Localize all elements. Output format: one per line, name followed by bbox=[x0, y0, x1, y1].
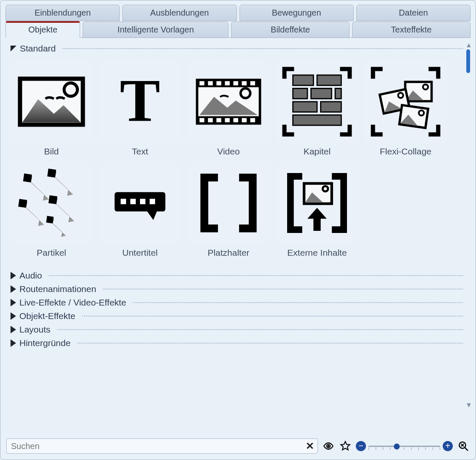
video-icon bbox=[187, 60, 270, 143]
section-header-standard[interactable]: Standard bbox=[11, 43, 463, 54]
dotted-fill bbox=[62, 48, 463, 49]
zoom-reset-button[interactable] bbox=[457, 440, 470, 452]
tile-bild[interactable]: Bild bbox=[8, 60, 95, 157]
tile-untertitel[interactable]: Untertitel bbox=[97, 162, 183, 258]
tile-label: Text bbox=[132, 146, 148, 157]
disclosure-triangle-closed-icon bbox=[11, 312, 16, 320]
star-icon bbox=[340, 441, 351, 452]
svg-rect-22 bbox=[293, 88, 307, 98]
tab-dateien[interactable]: Dateien bbox=[356, 5, 471, 21]
svg-rect-12 bbox=[199, 118, 204, 122]
tab-intelligente-vorlagen[interactable]: Intelligente Vorlagen bbox=[83, 22, 229, 38]
disclosure-triangle-open-icon bbox=[11, 46, 16, 51]
tile-label: Externe Inhalte bbox=[287, 248, 347, 258]
svg-rect-18 bbox=[250, 118, 255, 122]
section-label: Objekt-Effekte bbox=[19, 311, 75, 321]
tab-bewegungen[interactable]: Bewegungen bbox=[239, 5, 354, 21]
clear-icon[interactable]: ✕ bbox=[306, 440, 314, 452]
content-inner: Standard bbox=[5, 38, 471, 355]
tab-objekte[interactable]: Objekte bbox=[5, 22, 80, 38]
section-label: Hintergründe bbox=[19, 338, 70, 348]
tile-externe-inhalte[interactable]: Externe Inhalte bbox=[274, 162, 360, 258]
text-icon: T bbox=[99, 60, 181, 143]
zoom-knob[interactable] bbox=[394, 444, 400, 449]
section-header-live-effekte[interactable]: Live-Effekte / Video-Effekte bbox=[11, 298, 463, 308]
tile-partikel[interactable]: Partikel bbox=[8, 162, 95, 258]
svg-rect-16 bbox=[233, 118, 238, 122]
tab-bildeffekte[interactable]: Bildeffekte bbox=[231, 22, 350, 38]
disclosure-triangle-closed-icon bbox=[11, 326, 16, 333]
zoom-in-button[interactable]: + bbox=[443, 441, 453, 451]
toolbox-window: Einblendungen Ausblendungen Bewegungen D… bbox=[0, 0, 476, 460]
section-header-layouts[interactable]: Layouts bbox=[11, 325, 463, 335]
zoom-track[interactable] bbox=[368, 441, 440, 452]
tile-label: Untertitel bbox=[122, 248, 158, 258]
disclosure-triangle-closed-icon bbox=[11, 339, 16, 347]
svg-rect-38 bbox=[46, 216, 54, 224]
tab-row-1: Einblendungen Ausblendungen Bewegungen D… bbox=[5, 5, 471, 21]
svg-rect-23 bbox=[311, 88, 332, 98]
tile-label: Kapitel bbox=[304, 146, 331, 157]
svg-rect-24 bbox=[335, 88, 341, 98]
tile-kapitel[interactable]: Kapitel bbox=[274, 60, 360, 157]
svg-rect-8 bbox=[225, 81, 229, 85]
preview-eye-button[interactable] bbox=[322, 440, 335, 452]
disclosure-triangle-closed-icon bbox=[11, 272, 16, 279]
search-field[interactable]: ✕ bbox=[6, 438, 318, 454]
tile-label: Flexi-Collage bbox=[380, 146, 432, 157]
svg-rect-6 bbox=[208, 81, 212, 85]
collage-icon bbox=[364, 60, 447, 143]
content-panel: Standard bbox=[5, 38, 471, 412]
section-label: Audio bbox=[19, 271, 42, 281]
eye-icon bbox=[323, 441, 334, 452]
dotted-fill bbox=[77, 343, 463, 344]
dotted-fill bbox=[82, 316, 463, 317]
svg-rect-43 bbox=[150, 199, 155, 204]
section-header-audio[interactable]: Audio bbox=[11, 271, 463, 281]
section-header-hintergruende[interactable]: Hintergründe bbox=[11, 338, 463, 348]
svg-rect-21 bbox=[317, 75, 341, 85]
svg-rect-42 bbox=[140, 199, 145, 204]
footer-toolbar: ✕ − + bbox=[6, 438, 470, 454]
svg-rect-26 bbox=[321, 102, 342, 112]
placeholder-icon bbox=[187, 162, 270, 244]
vertical-scrollbar[interactable]: ▲ ▼ bbox=[465, 42, 471, 409]
section-header-objekt-effekte[interactable]: Objekt-Effekte bbox=[11, 311, 463, 321]
tabs: Einblendungen Ausblendungen Bewegungen D… bbox=[5, 5, 471, 38]
svg-rect-41 bbox=[130, 199, 136, 204]
zoom-out-button[interactable]: − bbox=[356, 441, 366, 451]
tile-platzhalter[interactable]: Platzhalter bbox=[185, 162, 272, 258]
tile-text[interactable]: T Text bbox=[97, 60, 183, 157]
svg-rect-9 bbox=[233, 81, 238, 85]
tile-video[interactable]: Video bbox=[185, 60, 272, 157]
section-label: Routenanimationen bbox=[19, 284, 96, 294]
disclosure-triangle-closed-icon bbox=[11, 299, 16, 306]
scroll-down-arrow-icon[interactable]: ▼ bbox=[465, 402, 471, 409]
svg-rect-13 bbox=[208, 118, 212, 122]
svg-rect-25 bbox=[293, 102, 317, 112]
svg-rect-11 bbox=[250, 81, 255, 85]
svg-rect-17 bbox=[242, 118, 247, 122]
tab-texteffekte[interactable]: Texteffekte bbox=[352, 22, 471, 38]
svg-rect-10 bbox=[242, 81, 247, 85]
standard-grid: Bild T Text bbox=[8, 60, 463, 258]
chapter-icon bbox=[276, 60, 358, 143]
svg-text:T: T bbox=[120, 67, 160, 134]
tile-flexi-collage[interactable]: Flexi-Collage bbox=[362, 60, 449, 157]
tile-label: Video bbox=[217, 146, 239, 157]
favorite-star-button[interactable] bbox=[339, 440, 352, 452]
svg-rect-20 bbox=[293, 75, 314, 85]
tab-row-2: Objekte Intelligente Vorlagen Bildeffekt… bbox=[5, 22, 471, 38]
dotted-fill bbox=[57, 329, 463, 330]
tile-label: Platzhalter bbox=[207, 248, 249, 258]
scroll-up-arrow-icon[interactable]: ▲ bbox=[465, 42, 471, 49]
magnifier-reset-icon bbox=[458, 441, 469, 452]
particles-icon bbox=[10, 162, 93, 244]
tab-ausblendungen[interactable]: Ausblendungen bbox=[122, 5, 237, 21]
search-input[interactable] bbox=[10, 441, 306, 452]
section-header-routenanimationen[interactable]: Routenanimationen bbox=[11, 284, 463, 294]
zoom-track-line bbox=[368, 446, 440, 447]
tab-einblendungen[interactable]: Einblendungen bbox=[5, 5, 120, 21]
svg-rect-27 bbox=[293, 115, 342, 125]
scrollbar-thumb[interactable] bbox=[466, 49, 470, 73]
